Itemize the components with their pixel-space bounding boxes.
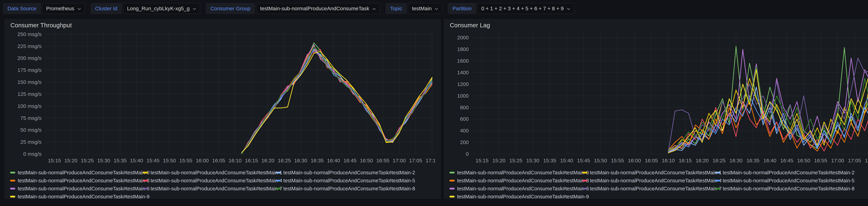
x-tick-label: 15:55 xyxy=(179,158,192,163)
x-tick-label: 15:45 xyxy=(147,158,159,163)
legend-item-7[interactable]: testMain-sub-normalProduceAndConsumeTask… xyxy=(582,186,715,191)
legend-item-4[interactable]: testMain-sub-normalProduceAndConsumeTask… xyxy=(582,178,715,184)
x-tick-label: 16:15 xyxy=(245,158,258,163)
legend-label: testMain-sub-normalProduceAndConsumeTask… xyxy=(457,178,589,184)
variable-data-source: Data Source Prometheus xyxy=(3,3,85,14)
variable-value-partition: 0 + 1 + 2 + 3 + 4 + 5 + 6 + 7 + 8 + 9 xyxy=(481,5,564,11)
variable-value-cluster-id: Long_Run_cybLkyK-xg5_g xyxy=(127,5,190,11)
legend-item-4[interactable]: testMain-sub-normalProduceAndConsumeTask… xyxy=(143,178,276,184)
legend-label: testMain-sub-normalProduceAndConsumeTask… xyxy=(457,186,589,191)
x-tick-label: 15:35 xyxy=(114,158,127,163)
x-tick-label: 15:20 xyxy=(64,158,78,163)
chevron-down-icon xyxy=(78,8,81,10)
legend-item-6[interactable]: testMain-sub-normalProduceAndConsumeTask… xyxy=(10,186,143,191)
variable-topic: Topic testMain xyxy=(386,3,442,14)
legend-item-0[interactable]: testMain-sub-normalProduceAndConsumeTask… xyxy=(10,170,143,176)
variable-select-data-source[interactable]: Prometheus xyxy=(42,3,85,14)
legend-label: testMain-sub-normalProduceAndConsumeTask… xyxy=(151,170,282,176)
legend-item-5[interactable]: testMain-sub-normalProduceAndConsumeTask… xyxy=(276,178,408,184)
series-color-swatch xyxy=(715,180,720,181)
legend-item-8[interactable]: testMain-sub-normalProduceAndConsumeTask… xyxy=(715,186,848,191)
series-line-7 xyxy=(242,50,432,153)
x-tick-label: 16:20 xyxy=(261,158,275,163)
series-line-0 xyxy=(242,43,432,154)
series-color-swatch xyxy=(10,188,15,189)
x-tick-label: 15:15 xyxy=(475,158,489,163)
series-color-swatch xyxy=(10,180,15,181)
y-tick-label: 100 msg/s xyxy=(18,103,41,109)
x-tick-label: 15:35 xyxy=(543,158,556,163)
lag-chart[interactable]: 15:1515:2015:2515:3015:3515:4015:4515:50… xyxy=(448,29,868,169)
y-tick-label: 1400 xyxy=(457,70,469,75)
legend-item-7[interactable]: testMain-sub-normalProduceAndConsumeTask… xyxy=(143,186,276,191)
variable-consumer-group: Consumer Group testMain-sub-normalProduc… xyxy=(206,3,380,14)
legend-item-2[interactable]: testMain-sub-normalProduceAndConsumeTask… xyxy=(276,170,408,176)
legend-label: testMain-sub-normalProduceAndConsumeTask… xyxy=(283,178,415,184)
x-tick-label: 16:45 xyxy=(344,158,356,163)
y-tick-label: 175 msg/s xyxy=(18,67,41,73)
variable-select-consumer-group[interactable]: testMain-sub-normalProduceAndConsumeTask xyxy=(256,3,380,14)
y-tick-label: 225 msg/s xyxy=(18,43,41,49)
variable-value-data-source: Prometheus xyxy=(46,5,74,11)
chevron-down-icon xyxy=(193,8,196,10)
x-tick-label: 16:25 xyxy=(278,158,291,163)
variable-select-cluster-id[interactable]: Long_Run_cybLkyK-xg5_g xyxy=(123,3,200,14)
legend-item-1[interactable]: testMain-sub-normalProduceAndConsumeTask… xyxy=(143,170,276,176)
chevron-down-icon xyxy=(372,8,376,10)
x-tick-label: 16:20 xyxy=(695,158,709,163)
x-tick-label: 15:50 xyxy=(594,158,607,163)
series-color-swatch xyxy=(10,172,15,174)
legend-item-2[interactable]: testMain-sub-normalProduceAndConsumeTask… xyxy=(715,170,848,176)
x-tick-label: 15:30 xyxy=(97,158,110,163)
legend-label: testMain-sub-normalProduceAndConsumeTask… xyxy=(723,178,855,184)
legend-label: testMain-sub-normalProduceAndConsumeTask… xyxy=(151,178,282,184)
legend-label: testMain-sub-normalProduceAndConsumeTask… xyxy=(151,186,282,191)
legend-item-3[interactable]: testMain-sub-normalProduceAndConsumeTask… xyxy=(450,178,582,184)
x-tick-label: 17:05 xyxy=(409,158,422,163)
series-line-1 xyxy=(242,50,432,153)
legend-item-5[interactable]: testMain-sub-normalProduceAndConsumeTask… xyxy=(715,178,848,184)
x-tick-label: 17:10 xyxy=(426,158,435,163)
x-tick-label: 15:40 xyxy=(130,158,143,163)
dashboard-variables-bar: Data Source Prometheus Cluster Id Long_R… xyxy=(3,2,865,15)
legend-label: testMain-sub-normalProduceAndConsumeTask… xyxy=(590,178,722,184)
y-tick-label: 75 msg/s xyxy=(20,115,41,121)
throughput-chart[interactable]: 15:1515:2015:2515:3015:3515:4015:4515:50… xyxy=(9,29,435,169)
variable-label-data-source: Data Source xyxy=(3,3,41,14)
series-color-swatch xyxy=(143,188,148,189)
variable-select-partition[interactable]: 0 + 1 + 2 + 3 + 4 + 5 + 6 + 7 + 8 + 9 xyxy=(477,3,574,14)
series-color-swatch xyxy=(276,180,281,181)
y-tick-label: 200 xyxy=(460,139,469,145)
x-tick-label: 15:25 xyxy=(509,158,522,163)
series-color-swatch xyxy=(276,172,281,174)
y-tick-label: 400 xyxy=(460,128,469,133)
legend-item-0[interactable]: testMain-sub-normalProduceAndConsumeTask… xyxy=(450,170,582,176)
x-tick-label: 16:50 xyxy=(797,158,810,163)
variable-select-topic[interactable]: testMain xyxy=(408,3,442,14)
x-tick-label: 15:55 xyxy=(611,158,624,163)
series-color-swatch xyxy=(582,180,587,181)
y-tick-label: 1200 xyxy=(457,81,469,87)
legend-item-6[interactable]: testMain-sub-normalProduceAndConsumeTask… xyxy=(450,186,582,191)
x-tick-label: 17:00 xyxy=(831,158,844,163)
x-tick-label: 16:15 xyxy=(679,158,692,163)
chevron-down-icon xyxy=(567,8,570,10)
legend-item-8[interactable]: testMain-sub-normalProduceAndConsumeTask… xyxy=(276,186,408,191)
series-color-swatch xyxy=(582,172,587,174)
legend-item-3[interactable]: testMain-sub-normalProduceAndConsumeTask… xyxy=(10,178,143,184)
variable-value-consumer-group: testMain-sub-normalProduceAndConsumeTask xyxy=(260,5,369,11)
legend-label: testMain-sub-normalProduceAndConsumeTask… xyxy=(590,186,722,191)
legend-item-9[interactable]: testMain-sub-normalProduceAndConsumeTask… xyxy=(450,194,582,200)
legend-label: testMain-sub-normalProduceAndConsumeTask… xyxy=(723,170,855,176)
legend-item-1[interactable]: testMain-sub-normalProduceAndConsumeTask… xyxy=(582,170,715,176)
x-tick-label: 16:55 xyxy=(376,158,390,163)
legend-item-9[interactable]: testMain-sub-normalProduceAndConsumeTask… xyxy=(10,194,143,200)
series-color-swatch xyxy=(715,188,720,189)
legend-label: testMain-sub-normalProduceAndConsumeTask… xyxy=(457,194,589,200)
x-tick-label: 15:45 xyxy=(577,158,590,163)
panel-title: Consumer Throughput xyxy=(10,22,72,29)
series-line-3 xyxy=(242,46,432,153)
series-color-swatch xyxy=(582,188,587,189)
variable-value-topic: testMain xyxy=(412,5,432,11)
y-tick-label: 150 msg/s xyxy=(18,79,41,85)
